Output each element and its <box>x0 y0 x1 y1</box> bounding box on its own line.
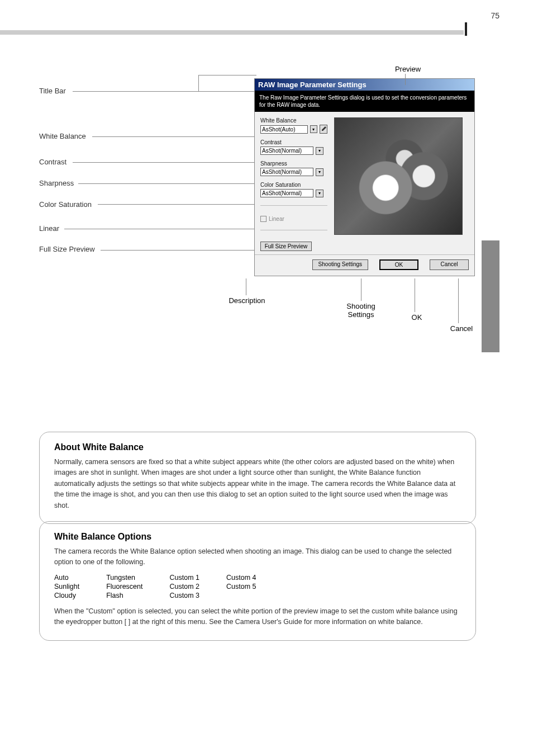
wb-option: Custom 2 <box>170 583 200 590</box>
checkbox-icon[interactable] <box>260 216 266 222</box>
wb-options-intro: The camera records the White Balance opt… <box>54 546 461 568</box>
page-number: 75 <box>491 11 499 20</box>
callout-shooting: Shooting Settings <box>333 302 389 319</box>
wb-options-outro: When the "Custom" option is selected, yo… <box>54 606 461 628</box>
ok-button[interactable]: OK <box>379 259 418 270</box>
sharp-select-value: AsShot(Normal) <box>262 169 302 175</box>
wb-select[interactable]: AsShot(Auto) <box>260 125 308 134</box>
callout-line <box>78 183 260 184</box>
wb-option: Custom 4 <box>226 574 256 582</box>
callout-wb: White Balance <box>39 132 86 140</box>
callout-titlebar: Title Bar <box>39 87 66 95</box>
dialog-description: The Raw Image Parameter Settings dialog … <box>255 91 474 112</box>
about-wb-title: About White Balance <box>54 442 461 452</box>
sat-select[interactable]: AsShot(Normal) <box>260 189 313 197</box>
callout-line <box>458 278 459 323</box>
chevron-down-icon[interactable]: ▾ <box>316 168 323 176</box>
sharp-select[interactable]: AsShot(Normal) <box>260 168 313 176</box>
wb-option: Sunlight <box>54 583 79 590</box>
callout-line <box>198 75 199 92</box>
top-corner-mark <box>465 22 467 36</box>
wb-option: Flash <box>106 592 142 599</box>
sharp-label: Sharpness <box>260 160 327 167</box>
side-tab-label: Working with Images <box>502 313 510 425</box>
wb-option: Fluorescent <box>106 583 142 590</box>
sat-select-value: AsShot(Normal) <box>262 190 302 196</box>
callout-line <box>98 204 260 205</box>
contrast-select[interactable]: AsShot(Normal) <box>260 147 313 155</box>
wb-option: Custom 1 <box>170 574 200 582</box>
callout-line <box>92 136 260 137</box>
callout-line <box>73 162 260 163</box>
callout-ok: OK <box>406 313 428 322</box>
callout-line <box>101 250 279 251</box>
chevron-down-icon[interactable]: ▾ <box>316 190 323 197</box>
callout-contrast: Contrast <box>39 158 66 166</box>
eyedropper-icon[interactable] <box>320 125 327 134</box>
wb-label: White Balance <box>260 117 327 124</box>
callout-fullsize: Full Size Preview <box>39 245 95 253</box>
about-white-balance-box: About White Balance Normally, camera sen… <box>39 432 476 524</box>
field-saturation: Color Saturation AsShot(Normal) ▾ <box>260 182 327 197</box>
callout-sharp: Sharpness <box>39 179 74 187</box>
top-divider-bar <box>0 30 464 35</box>
callout-description: Description <box>219 296 275 305</box>
callout-linear: Linear <box>39 224 59 233</box>
contrast-select-value: AsShot(Normal) <box>262 148 302 154</box>
field-contrast: Contrast AsShot(Normal) ▾ <box>260 139 327 155</box>
callout-line <box>73 91 254 92</box>
callout-preview: Preview <box>391 65 425 73</box>
wb-option: Cloudy <box>54 592 79 599</box>
callout-cancel: Cancel <box>445 324 478 333</box>
wb-options-title: White Balance Options <box>54 532 461 542</box>
callout-line <box>415 278 415 312</box>
shooting-settings-button[interactable]: Shooting Settings <box>312 259 368 270</box>
wb-select-value: AsShot(Auto) <box>262 126 295 133</box>
field-white-balance: White Balance AsShot(Auto) ▾ <box>260 117 327 134</box>
raw-param-dialog: RAW Image Parameter Settings The Raw Ima… <box>254 78 475 276</box>
callout-line <box>64 229 274 229</box>
callout-line <box>246 278 246 295</box>
callout-line <box>405 74 406 85</box>
callout-line <box>198 75 256 75</box>
wb-options-box: White Balance Options The camera records… <box>39 521 476 641</box>
callout-sat: Color Saturation <box>39 200 92 209</box>
about-wb-body: Normally, camera sensors are fixed so th… <box>54 457 461 511</box>
callout-line <box>361 278 361 301</box>
sat-label: Color Saturation <box>260 182 327 188</box>
wb-option: Tungsten <box>106 574 142 582</box>
field-sharpness: Sharpness AsShot(Normal) ▾ <box>260 160 327 176</box>
separator <box>260 230 327 230</box>
preview-image <box>334 117 463 235</box>
fullsize-preview-button[interactable]: Full Size Preview <box>260 242 312 251</box>
dialog-titlebar[interactable]: RAW Image Parameter Settings <box>255 79 474 91</box>
side-tab <box>482 240 499 352</box>
cancel-button[interactable]: Cancel <box>430 259 469 270</box>
wb-option: Auto <box>54 574 79 582</box>
wb-option: Custom 3 <box>170 592 200 599</box>
wb-option: Custom 5 <box>226 583 256 590</box>
linear-checkbox-row[interactable]: Linear <box>260 216 327 222</box>
separator <box>260 205 327 206</box>
wb-options-list: Auto Sunlight Cloudy Tungsten Fluorescen… <box>54 574 461 599</box>
contrast-label: Contrast <box>260 139 327 145</box>
chevron-down-icon[interactable]: ▾ <box>310 125 317 133</box>
linear-label: Linear <box>269 216 284 222</box>
chevron-down-icon[interactable]: ▾ <box>316 147 323 155</box>
